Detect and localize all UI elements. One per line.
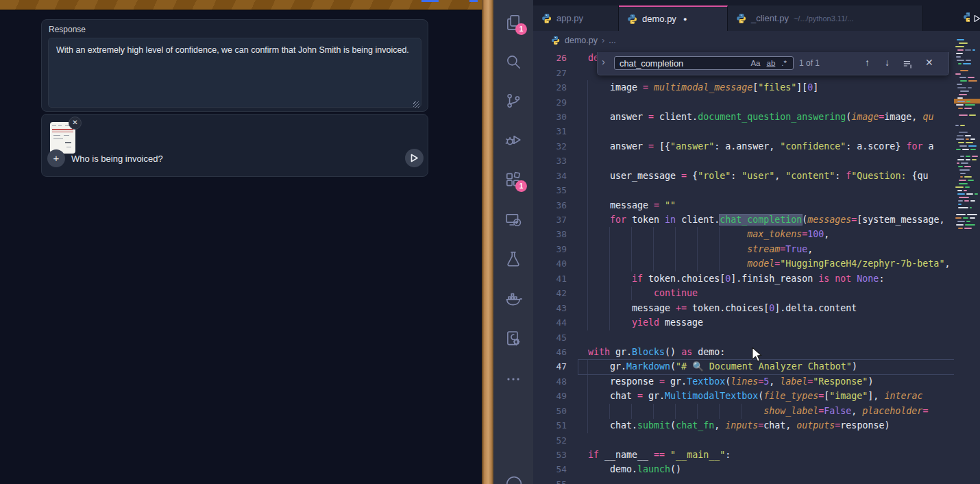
line-number[interactable]: 35 <box>533 185 567 195</box>
code-line-37[interactable]: 37 for token in client.chat_completion(m… <box>533 213 954 227</box>
line-number[interactable]: 32 <box>533 141 567 152</box>
line-number[interactable]: 49 <box>533 391 567 401</box>
code-editor[interactable]: demo.py › ... 26de2728 image = multimoda… <box>533 31 980 484</box>
explorer-icon[interactable]: 1 <box>504 14 522 32</box>
run-button[interactable] <box>970 11 980 26</box>
line-number[interactable]: 53 <box>533 450 567 460</box>
line-number[interactable]: 52 <box>533 435 567 446</box>
line-number[interactable]: 26 <box>533 53 567 63</box>
code-line-51[interactable]: 51 chat.submit(chat_fn, inputs=chat, out… <box>533 418 954 433</box>
code-line-28[interactable]: 28 image = multimodal_message["files"][0… <box>533 80 954 95</box>
code-line-49[interactable]: 49 chat = gr.MultimodalTextbox(file_type… <box>533 389 954 403</box>
line-number[interactable]: 42 <box>533 288 567 298</box>
code-line-44[interactable]: 44 yield message <box>533 315 954 330</box>
tab-description: ~/.../python3.11/... <box>794 14 854 23</box>
find-previous-button[interactable]: ↑ <box>865 57 870 68</box>
line-number[interactable]: 54 <box>533 464 567 474</box>
code-line-30[interactable]: 30 answer = client.document_question_ans… <box>533 110 954 124</box>
line-number[interactable]: 41 <box>533 274 567 284</box>
line-number[interactable]: 28 <box>533 82 567 93</box>
line-number[interactable]: 36 <box>533 200 567 210</box>
line-number[interactable]: 50 <box>533 406 567 416</box>
code-line-34[interactable]: 34 user_message = {"role": "user", "cont… <box>533 169 954 183</box>
line-number[interactable]: 31 <box>533 126 567 136</box>
modified-dot-icon[interactable]: ● <box>683 16 687 23</box>
code-line-35[interactable]: 35 <box>533 183 954 197</box>
more-icon[interactable] <box>504 370 522 388</box>
line-number[interactable]: 43 <box>533 303 567 313</box>
breadcrumb[interactable]: demo.py › ... <box>533 31 980 49</box>
code-line-50[interactable]: 50 show_label=False, placeholder= <box>533 404 954 418</box>
extensions-icon[interactable]: 1 <box>504 171 522 189</box>
code-text: answer = [{"answer": a.answer, "confiden… <box>588 141 933 152</box>
find-next-button[interactable]: ↓ <box>885 57 890 68</box>
docker-icon[interactable] <box>504 290 522 308</box>
code-line-42[interactable]: 42 continue <box>533 286 954 300</box>
code-line-32[interactable]: 32 answer = [{"answer": a.answer, "confi… <box>533 139 954 154</box>
find-query-text[interactable]: chat_completion <box>620 58 750 69</box>
code-line-33[interactable]: 33 <box>533 154 954 168</box>
testing-icon[interactable] <box>504 250 522 268</box>
line-number[interactable]: 39 <box>533 244 567 254</box>
screen: Response With an extremely high level of… <box>0 0 980 484</box>
code-line-55[interactable]: 55 <box>533 477 954 484</box>
find-input[interactable]: chat_completion Aa ab .* <box>614 56 794 70</box>
search-icon[interactable] <box>504 53 522 71</box>
line-number[interactable]: 46 <box>533 347 567 357</box>
line-number[interactable]: 37 <box>533 215 567 225</box>
code-line-40[interactable]: 40 model="HuggingFaceH4/zephyr-7b-beta", <box>533 256 954 271</box>
line-number[interactable]: 51 <box>533 420 567 431</box>
line-number[interactable]: 40 <box>533 258 567 269</box>
find-in-selection-icon[interactable] <box>902 58 914 70</box>
add-file-button[interactable]: + <box>47 149 65 167</box>
code-line-46[interactable]: 46with gr.Blocks() as demo: <box>533 345 954 359</box>
code-text: response = gr.Textbox(lines=5, label="Re… <box>588 376 873 387</box>
match-case-toggle[interactable]: Aa <box>750 59 760 67</box>
code-line-48[interactable]: 48 response = gr.Textbox(lines=5, label=… <box>533 374 954 389</box>
code-text: yield message <box>588 317 703 328</box>
code-line-45[interactable]: 45 <box>533 330 954 344</box>
line-number[interactable]: 38 <box>533 229 567 239</box>
code-line-38[interactable]: 38 max_tokens=100, <box>533 227 954 241</box>
minimap[interactable] <box>954 31 980 484</box>
account-icon[interactable] <box>504 474 522 484</box>
run-debug-icon[interactable] <box>504 131 522 149</box>
line-number[interactable]: 33 <box>533 156 567 166</box>
code-line-52[interactable]: 52 <box>533 433 954 447</box>
send-button[interactable] <box>405 149 424 167</box>
notebook-icon[interactable] <box>504 330 522 348</box>
code-line-36[interactable]: 36 message = "" <box>533 197 954 212</box>
code-line-29[interactable]: 29 <box>533 95 954 109</box>
chat-input[interactable]: Who is being invoiced? <box>71 154 163 164</box>
response-textarea[interactable]: With an extremely high level of confiden… <box>48 38 421 108</box>
close-icon[interactable]: ✕ <box>69 117 82 130</box>
breadcrumb-file[interactable]: demo.py <box>565 36 598 45</box>
remote-explorer-icon[interactable] <box>504 211 522 229</box>
line-number[interactable]: 34 <box>533 171 567 181</box>
code-line-43[interactable]: 43 message += token.choices[0].delta.con… <box>533 300 954 315</box>
code-line-39[interactable]: 39 stream=True, <box>533 242 954 256</box>
code-line-31[interactable]: 31 <box>533 124 954 138</box>
line-number[interactable]: 47 <box>533 361 567 372</box>
tab-demo-py[interactable]: demo.py● <box>619 5 728 31</box>
line-number[interactable]: 30 <box>533 112 567 122</box>
line-number[interactable]: 45 <box>533 332 567 343</box>
line-number[interactable]: 27 <box>533 68 567 78</box>
line-number[interactable]: 44 <box>533 317 567 328</box>
regex-toggle[interactable]: .* <box>781 59 787 67</box>
line-number[interactable]: 29 <box>533 97 567 108</box>
tab--client-py[interactable]: _client.py~/.../python3.11/... <box>728 5 923 31</box>
toggle-replace-chevron-icon[interactable]: › <box>602 56 605 67</box>
code-line-53[interactable]: 53if __name__ == "__main__": <box>533 448 954 462</box>
code-line-47[interactable]: 47 gr.Markdown("# 🔍 Document Analyzer Ch… <box>533 359 954 374</box>
source-control-icon[interactable] <box>504 92 522 110</box>
whole-word-toggle[interactable]: ab <box>767 59 776 67</box>
tab-app-py[interactable]: app.py <box>533 5 619 31</box>
find-close-icon[interactable]: ✕ <box>925 57 933 68</box>
line-number[interactable]: 55 <box>533 479 567 484</box>
code-line-41[interactable]: 41 if token.choices[0].finish_reason is … <box>533 271 954 286</box>
breadcrumb-more[interactable]: ... <box>609 36 615 45</box>
code-line-54[interactable]: 54 demo.launch() <box>533 462 954 476</box>
response-group: Response With an extremely high level of… <box>41 19 428 112</box>
line-number[interactable]: 48 <box>533 376 567 387</box>
